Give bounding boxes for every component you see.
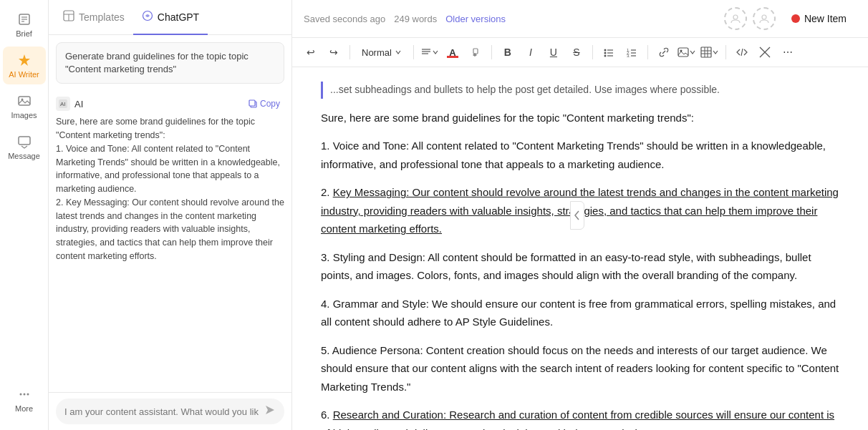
toolbar-divider-2: [413, 45, 414, 59]
chatgpt-icon: [142, 10, 153, 24]
svg-rect-5: [19, 97, 30, 105]
highlight-button[interactable]: [466, 42, 486, 62]
table-chevron-icon: [712, 49, 719, 56]
bold-button[interactable]: B: [498, 42, 518, 62]
sidebar-item-more[interactable]: More: [3, 381, 46, 419]
older-versions-link[interactable]: Older versions: [445, 14, 506, 24]
align-chevron-icon: [432, 49, 439, 56]
format-label: Normal: [362, 47, 392, 58]
editor-toolbar: ↩ ↪ Normal: [292, 38, 868, 67]
chat-para-1: 1. Voice and Tone: All content related t…: [56, 142, 284, 196]
avatar-circle-1[interactable]: [724, 7, 747, 30]
svg-point-8: [19, 394, 21, 396]
toolbar-divider-5: [647, 45, 648, 59]
sidebar: Brief AI Writer Images: [0, 0, 49, 430]
undo-button[interactable]: ↩: [301, 42, 321, 62]
image-icon: [677, 47, 689, 58]
sidebar-item-brief[interactable]: Brief: [3, 6, 46, 44]
send-button[interactable]: [264, 404, 276, 419]
more-toolbar-button[interactable]: ⋯: [778, 42, 798, 62]
editor-header: Saved seconds ago 249 words Older versio…: [292, 0, 868, 38]
message-icon: [16, 134, 32, 150]
numbered-list-button[interactable]: 1. 2. 3.: [622, 42, 642, 62]
svg-line-44: [741, 49, 743, 56]
code-button[interactable]: [732, 42, 752, 62]
middle-panel: Templates ChatGPT Generate brand guideli…: [49, 0, 292, 430]
text-color-button[interactable]: A: [443, 42, 463, 62]
toolbar-divider-3: [491, 45, 492, 59]
new-item-label: New Item: [804, 13, 847, 24]
editor-para-1: Sure, here are some brand guidelines for…: [321, 109, 839, 127]
avatar-circle-2[interactable]: [753, 7, 776, 30]
prompt-card: Generate brand guidelines for the topic …: [56, 42, 284, 84]
more-icon: [16, 386, 32, 402]
new-item-button[interactable]: New Item: [781, 9, 857, 29]
sidebar-item-message[interactable]: Message: [3, 128, 46, 166]
copy-button[interactable]: Copy: [244, 97, 284, 110]
align-button[interactable]: [420, 42, 440, 62]
svg-point-9: [23, 394, 25, 396]
chat-para-2: 2. Key Messaging: Our content should rev…: [56, 196, 284, 263]
editor-content[interactable]: ...set subheadings and bullets to help t…: [292, 67, 868, 430]
svg-rect-24: [473, 49, 478, 54]
chat-text: Sure, here are some brand guidelines for…: [56, 115, 284, 263]
align-icon: [420, 47, 432, 58]
image-button[interactable]: [677, 42, 697, 62]
chat-input[interactable]: [64, 406, 259, 417]
editor-para-5: 4. Grammar and Style: We should ensure o…: [321, 295, 839, 331]
highlight-icon: [470, 47, 481, 58]
editor-para-7: 6. Research and Curation: Research and c…: [321, 406, 839, 430]
ai-label: AI: [74, 99, 83, 109]
svg-point-20: [762, 15, 766, 19]
italic-button[interactable]: I: [521, 42, 541, 62]
images-icon: [16, 93, 32, 109]
text-color-indicator: A: [447, 47, 458, 58]
chat-header: AI AI Copy: [56, 97, 284, 111]
editor-link-6[interactable]: Research and Curation: Research and cura…: [321, 409, 834, 430]
editor-para-6: 5. Audience Persona: Content creation sh…: [321, 341, 839, 396]
brief-icon: [16, 11, 32, 27]
chat-input-wrapper: [56, 399, 284, 424]
code-icon: [736, 47, 748, 58]
prompt-text: Generate brand guidelines for the topic …: [65, 51, 249, 74]
strikethrough-button[interactable]: S: [566, 42, 587, 62]
svg-point-25: [604, 49, 606, 52]
link-icon: [658, 47, 670, 58]
bullet-list-button[interactable]: [599, 42, 619, 62]
text-color-bar: [447, 56, 458, 58]
red-dot-icon: [791, 14, 800, 23]
collapse-button[interactable]: [570, 201, 584, 230]
svg-marker-4: [19, 54, 30, 66]
svg-rect-37: [678, 48, 688, 57]
clear-format-button[interactable]: [755, 42, 775, 62]
chevron-down-icon: [395, 49, 402, 56]
sidebar-item-images[interactable]: Images: [3, 87, 46, 125]
table-icon: [700, 47, 712, 58]
image-chevron-icon: [689, 49, 696, 56]
sidebar-label-ai-writer: AI Writer: [9, 70, 39, 79]
tab-templates-label: Templates: [79, 11, 125, 23]
tab-chatgpt[interactable]: ChatGPT: [133, 0, 208, 35]
underline-button[interactable]: U: [544, 42, 564, 62]
middle-tabs: Templates ChatGPT: [49, 0, 291, 35]
link-button[interactable]: [654, 42, 674, 62]
svg-rect-39: [701, 47, 711, 57]
redo-button[interactable]: ↪: [324, 42, 344, 62]
word-count: 249 words: [394, 14, 437, 24]
editor-para-4: 3. Styling and Design: All content shoul…: [321, 248, 839, 285]
sidebar-item-ai-writer[interactable]: AI Writer: [3, 47, 46, 84]
svg-rect-18: [249, 100, 255, 106]
toolbar-divider-4: [592, 45, 593, 59]
tab-templates[interactable]: Templates: [54, 0, 133, 35]
format-dropdown[interactable]: Normal: [356, 44, 408, 61]
editor-para-2: 1. Voice and Tone: All content related t…: [321, 137, 839, 173]
chat-message: AI AI Copy Sure, here are some: [56, 97, 284, 263]
templates-icon: [63, 10, 74, 24]
svg-point-26: [604, 52, 606, 54]
chat-input-area: [49, 392, 291, 430]
sidebar-label-brief: Brief: [16, 29, 32, 38]
svg-point-19: [733, 15, 738, 19]
saved-status: Saved seconds ago: [304, 14, 385, 24]
table-button[interactable]: [700, 42, 720, 62]
clear-format-icon: [759, 47, 771, 58]
